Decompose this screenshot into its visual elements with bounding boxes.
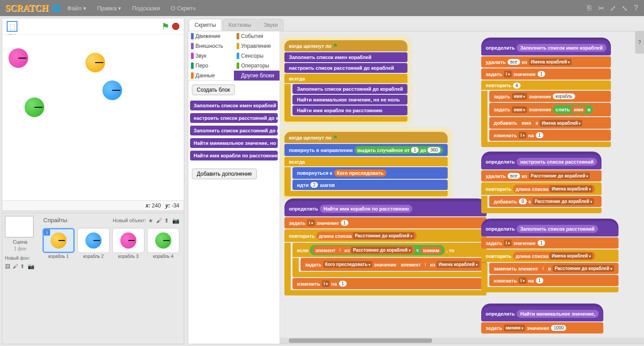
category-События[interactable]: События [234, 31, 280, 41]
green-flag-icon[interactable]: ⚑ [161, 21, 169, 32]
category-Звук[interactable]: Звук [188, 51, 234, 61]
palette-block[interactable]: Найти имя корабля по расстоянию [190, 151, 278, 160]
bg-upload-icon[interactable]: ⬆ [20, 263, 26, 270]
globe-icon[interactable]: 🌐 [52, 4, 61, 13]
block-set-var[interactable]: задать i значение 1 [481, 68, 611, 80]
hat-define[interactable]: определить Найти минимальное значение, [481, 306, 603, 321]
sprite-item[interactable]: корабль 2 [77, 228, 110, 259]
block-point-direction[interactable]: повернуть в направлении выдать случайное… [284, 144, 448, 156]
stage-sprite[interactable] [85, 53, 105, 72]
sprite-library-icon[interactable]: ★ [148, 217, 154, 224]
block-call[interactable]: настроить список расстояний до кораблей [284, 63, 407, 73]
bg-paint-icon[interactable]: 🖌 [13, 263, 19, 270]
category-Другие блоки[interactable]: Другие блоки [234, 71, 280, 80]
block-repeat[interactable]: повторить 4 [481, 80, 611, 90]
block-point-towards[interactable]: повернуться к Кого преследовать [292, 167, 448, 179]
block-set-var[interactable]: задать i значение 1 [284, 217, 487, 228]
hat-when-flag[interactable]: когда щелкнут по ⚑ [284, 132, 448, 143]
tab-sounds[interactable]: Звуки [258, 19, 284, 31]
block-change-var[interactable]: изменить i на 1 [489, 275, 619, 286]
sprite-info-icon[interactable]: i [44, 229, 50, 236]
stage-sprite[interactable] [25, 97, 44, 117]
help-icon[interactable]: ? [631, 4, 640, 13]
palette-block[interactable]: Заполнить список имен кораблей [190, 101, 278, 110]
block-change-var[interactable]: изменить i на 1 [292, 278, 487, 289]
menu-file[interactable]: Файл ▾ [63, 2, 91, 14]
block-add-list[interactable]: добавить 0 к Расстояние до кораблей [489, 196, 602, 207]
category-Операторы[interactable]: Операторы [234, 61, 280, 71]
block-set-var[interactable]: задать Кого преследовать значение элемен… [301, 258, 487, 271]
sprite-item[interactable]: корабль 3 [112, 228, 144, 259]
category-Внешность[interactable]: Внешность [188, 41, 234, 51]
stage-sprite[interactable] [102, 80, 122, 100]
block-move[interactable]: идти 2 шагов [292, 180, 448, 190]
block-call[interactable]: Заполнить список расстояний до кораблей [292, 84, 407, 94]
script-stack[interactable]: определить Заполнить список расстояний з… [481, 221, 619, 292]
grow-icon[interactable]: ⤢ [608, 4, 617, 13]
scene-thumb[interactable] [5, 216, 34, 237]
script-stack[interactable]: когда щелкнут по ⚑ повернуть в направлен… [284, 132, 448, 196]
block-call[interactable]: Найти имя корабля по расстоянию [292, 105, 407, 115]
block-call[interactable]: Найти минимальное значение, но не ноль [292, 95, 407, 105]
bg-camera-icon[interactable]: 📷 [28, 263, 34, 270]
create-block-button[interactable]: Создать блок [192, 84, 235, 95]
block-repeat[interactable]: повторить длина списка Имена кораблей [481, 182, 602, 195]
stage[interactable] [2, 35, 184, 200]
menu-edit[interactable]: Правка ▾ [93, 2, 126, 14]
duplicate-icon[interactable]: ⎘ [585, 4, 594, 13]
block-repeat[interactable]: повторить длина списка Имена кораблей [481, 249, 619, 262]
shrink-icon[interactable]: ⤡ [620, 4, 629, 13]
block-change-var[interactable]: изменить i на 1 [489, 130, 611, 141]
hat-define[interactable]: определить Найти имя корабля по расстоян… [284, 201, 487, 216]
sprite-item[interactable]: корабль 4 [147, 228, 179, 259]
category-Движение[interactable]: Движение [188, 31, 234, 41]
block-set-var[interactable]: задать i значение 1 [481, 237, 619, 249]
sprite-paint-icon[interactable]: 🖌 [156, 217, 162, 224]
tab-costumes[interactable]: Костюмы [223, 19, 257, 31]
scripts-canvas[interactable]: когда щелкнут по ⚑ Заполнить список имен… [280, 31, 644, 344]
script-stack[interactable]: когда щелкнут по ⚑ Заполнить список имен… [284, 40, 407, 122]
script-stack[interactable]: определить Заполнить список имен корабле… [481, 40, 611, 147]
script-stack[interactable]: определить Найти имя корабля по расстоян… [284, 201, 487, 295]
block-repeat[interactable]: повторить длина списка Расстояние до кор… [284, 229, 487, 242]
block-add-list[interactable]: добавить имя к Имена кораблей [489, 117, 611, 129]
bg-library-icon[interactable]: 🖼 [5, 263, 11, 270]
palette-block[interactable]: настроить список расстояний до ко [190, 113, 278, 123]
tab-scripts[interactable]: Скрипты [189, 19, 222, 31]
menu-tips[interactable]: Подсказки [127, 2, 164, 14]
delete-icon[interactable]: ✂ [597, 4, 606, 13]
stage-sprite[interactable] [8, 48, 28, 68]
palette-block[interactable]: Найти минимальное значение, но не [190, 138, 278, 148]
block-call[interactable]: Заполнить список имен кораблей [284, 52, 407, 62]
hat-define[interactable]: определить Заполнить список имен корабле… [481, 40, 611, 55]
block-set-var[interactable]: задать имя значение слить имя и [489, 103, 611, 116]
hat-when-flag[interactable]: когда щелкнут по ⚑ [284, 40, 407, 51]
add-extension-button[interactable]: Добавить дополнение [192, 169, 257, 179]
category-Данные[interactable]: Данные [188, 71, 234, 80]
block-delete-list[interactable]: удалить все из Расстояние до кораблей [481, 170, 602, 181]
block-replace-list[interactable]: заменить элемент i в Расстояние до кораб… [489, 263, 619, 274]
stop-icon[interactable] [172, 23, 179, 30]
block-set-var[interactable]: задать миним значение 1000 [481, 322, 603, 333]
block-delete-list[interactable]: удалить все из Имена кораблей [481, 56, 611, 68]
category-Управление[interactable]: Управление [234, 41, 280, 51]
palette-block[interactable]: Заполнить список расстояний до ко [190, 126, 278, 135]
block-forever[interactable]: всегда [284, 157, 448, 166]
sprite-camera-icon[interactable]: 📷 [172, 217, 178, 224]
sprite-upload-icon[interactable]: ⬆ [164, 217, 170, 224]
block-set-var[interactable]: задать имя значение корабль [489, 91, 611, 102]
sprite-item[interactable]: iкорабль 1 [42, 228, 75, 259]
category-Сенсоры[interactable]: Сенсоры [234, 51, 280, 61]
script-stack[interactable]: определить Найти минимальное значение, з… [481, 306, 603, 333]
script-stack[interactable]: определить настроить список расстояний у… [481, 154, 602, 213]
category-Перо[interactable]: Перо [188, 61, 234, 71]
canvas-hscroll[interactable] [280, 338, 644, 344]
block-if[interactable]: если элемент i из Расстояние до кораблей… [292, 243, 487, 257]
help-drawer-tab[interactable]: ? [635, 31, 644, 54]
fullscreen-icon[interactable] [7, 21, 17, 32]
menu-about[interactable]: О Скретч [166, 2, 200, 14]
block-forever[interactable]: всегда [284, 74, 407, 83]
scratch-logo[interactable]: SCRATCH [4, 2, 50, 14]
hat-define[interactable]: определить Заполнить список расстояний [481, 221, 619, 236]
hat-define[interactable]: определить настроить список расстояний [481, 154, 602, 169]
